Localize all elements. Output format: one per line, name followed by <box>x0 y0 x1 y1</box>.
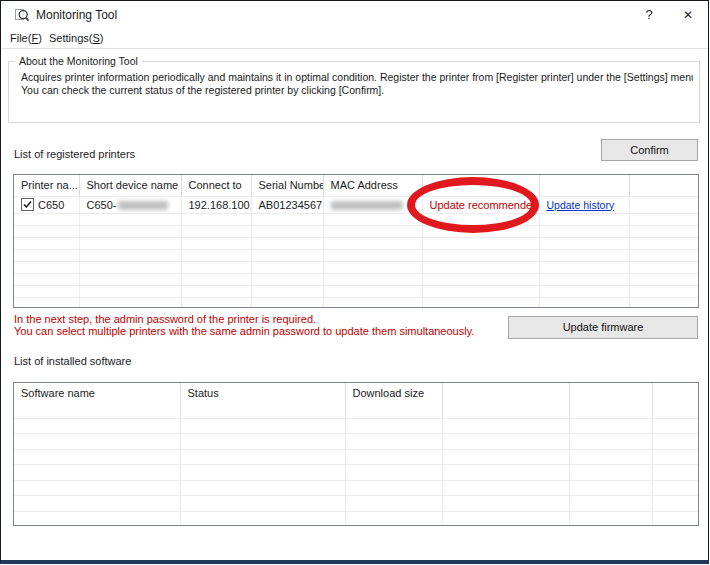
menu-settings-label-close: ) <box>100 32 104 44</box>
col-mac-address[interactable]: MAC Address <box>323 175 422 196</box>
update-status-value: Update recommended <box>422 196 539 213</box>
help-button[interactable]: ? <box>634 4 664 26</box>
empty-cell <box>442 418 569 434</box>
menu-settings[interactable]: Settings(S) <box>44 29 108 48</box>
empty-cell <box>345 434 442 450</box>
empty-cell <box>251 237 323 249</box>
empty-cell <box>345 480 442 496</box>
col-extra[interactable] <box>569 383 652 418</box>
col-printer-name[interactable]: Printer na... <box>14 175 79 196</box>
update-history-link[interactable]: Update history <box>547 199 615 211</box>
empty-cell <box>181 225 251 237</box>
software-table-header: Software name Status Download size <box>14 383 698 418</box>
empty-cell <box>569 511 652 526</box>
empty-cell <box>251 225 323 237</box>
update-firmware-button[interactable]: Update firmware <box>508 316 698 339</box>
empty-cell <box>180 434 345 450</box>
empty-row <box>14 273 698 285</box>
col-short-device-name[interactable]: Short device name <box>79 175 181 196</box>
empty-cell <box>251 213 323 225</box>
empty-row <box>14 449 698 465</box>
printer-checkbox-checked[interactable] <box>21 198 34 211</box>
close-button[interactable]: ✕ <box>673 4 703 26</box>
col-software-status[interactable]: Status <box>180 383 345 418</box>
empty-cell <box>14 496 180 512</box>
empty-cell <box>251 261 323 273</box>
empty-cell <box>14 237 79 249</box>
empty-cell <box>251 285 323 297</box>
about-groupbox-title: About the Monitoring Tool <box>15 55 142 67</box>
about-text-line1: Acquires printer information periodicall… <box>21 71 693 83</box>
printer-row-c650[interactable]: C650 C650- 192.168.100... AB01234567 Upd… <box>14 196 698 213</box>
empty-cell <box>251 273 323 285</box>
empty-cell <box>14 449 180 465</box>
empty-cell <box>323 273 422 285</box>
empty-row <box>14 261 698 273</box>
empty-cell <box>652 465 698 481</box>
empty-cell <box>323 249 422 261</box>
empty-cell <box>251 297 323 308</box>
col-serial-number[interactable]: Serial Number <box>251 175 323 196</box>
col-extra[interactable] <box>629 175 698 196</box>
confirm-button[interactable]: Confirm <box>601 139 698 161</box>
empty-cell <box>629 237 698 249</box>
empty-cell <box>629 261 698 273</box>
empty-cell <box>569 434 652 450</box>
empty-cell <box>422 285 539 297</box>
empty-cell <box>422 225 539 237</box>
empty-cell <box>629 196 698 213</box>
empty-cell <box>181 273 251 285</box>
installed-software-label: List of installed software <box>14 355 131 367</box>
empty-cell <box>422 237 539 249</box>
empty-cell <box>345 449 442 465</box>
empty-cell <box>442 434 569 450</box>
empty-cell <box>180 465 345 481</box>
empty-cell <box>629 225 698 237</box>
empty-cell <box>79 285 181 297</box>
empty-cell <box>442 496 569 512</box>
menu-file[interactable]: File(F) <box>5 29 47 48</box>
empty-cell <box>79 213 181 225</box>
empty-cell <box>652 434 698 450</box>
empty-cell <box>422 261 539 273</box>
empty-cell <box>14 480 180 496</box>
empty-cell <box>14 465 180 481</box>
empty-cell <box>569 418 652 434</box>
empty-cell <box>629 213 698 225</box>
app-magnifier-icon <box>14 7 30 23</box>
menu-file-label: File( <box>10 32 31 44</box>
empty-cell <box>652 418 698 434</box>
menu-settings-accesskey: S <box>92 32 99 44</box>
col-extra[interactable] <box>652 383 698 418</box>
monitoring-tool-window: Monitoring Tool ? ✕ File(F) Settings(S) … <box>0 0 709 564</box>
empty-row <box>14 496 698 512</box>
empty-cell <box>79 297 181 308</box>
menu-settings-label: Settings( <box>49 32 92 44</box>
empty-cell <box>629 249 698 261</box>
software-table-body <box>14 418 698 526</box>
col-download-size[interactable]: Download size <box>345 383 442 418</box>
col-history[interactable] <box>539 175 629 196</box>
col-connect-to[interactable]: Connect to <box>181 175 251 196</box>
installed-software-table: Software name Status Download size <box>13 382 699 526</box>
col-software-name[interactable]: Software name <box>14 383 180 418</box>
admin-password-note-line2: You can select multiple printers with th… <box>14 325 474 337</box>
empty-cell <box>652 511 698 526</box>
empty-cell <box>79 249 181 261</box>
empty-cell <box>323 225 422 237</box>
about-text-line2: You can check the current status of the … <box>21 84 693 96</box>
empty-cell <box>180 449 345 465</box>
col-status[interactable] <box>422 175 539 196</box>
empty-row <box>14 511 698 526</box>
registered-printers-label: List of registered printers <box>14 148 135 160</box>
empty-cell <box>251 249 323 261</box>
empty-cell <box>652 449 698 465</box>
empty-cell <box>14 434 180 450</box>
empty-cell <box>629 273 698 285</box>
window-title: Monitoring Tool <box>36 8 117 22</box>
empty-cell <box>79 261 181 273</box>
title-bar: Monitoring Tool ? ✕ <box>1 1 708 29</box>
empty-row <box>14 285 698 297</box>
col-extra[interactable] <box>442 383 569 418</box>
empty-row <box>14 213 698 225</box>
